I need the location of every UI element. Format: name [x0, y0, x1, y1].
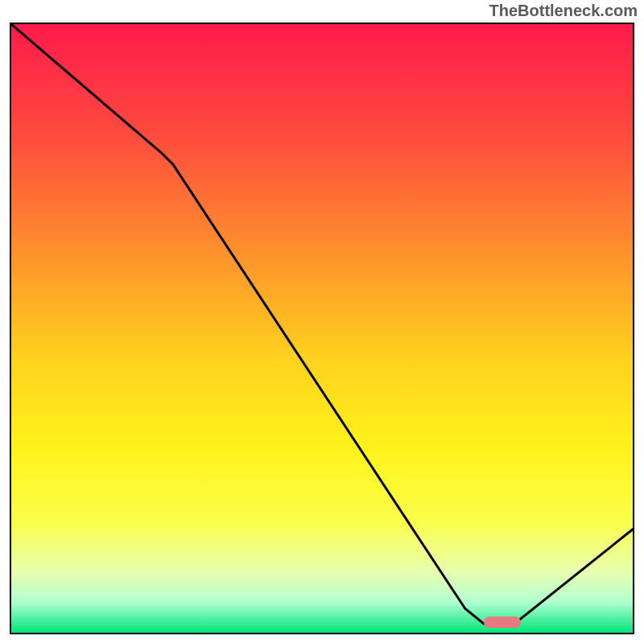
chart-svg: [11, 24, 633, 633]
chart-frame: [10, 23, 634, 634]
gradient-background: [11, 24, 633, 633]
watermark-text: TheBottleneck.com: [489, 2, 638, 20]
optimal-marker: [484, 617, 521, 628]
